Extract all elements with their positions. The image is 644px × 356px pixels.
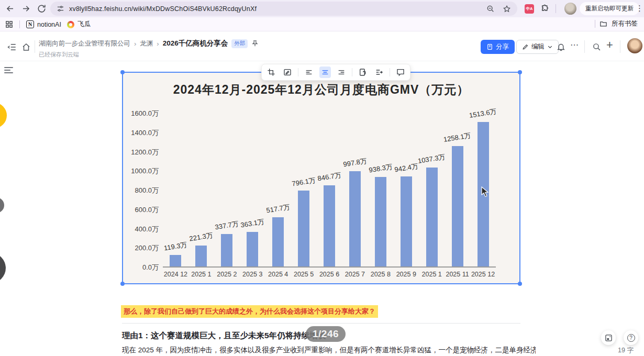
align-right-icon[interactable]	[336, 66, 347, 78]
share-button[interactable]: 分享	[481, 40, 515, 54]
create-new-icon[interactable]: +	[606, 38, 613, 52]
translate-extension-icon[interactable]: 中A	[525, 4, 534, 14]
breadcrumb-space[interactable]: 龙渊	[140, 39, 153, 48]
reload-icon[interactable]	[37, 4, 47, 14]
toolbar-divider	[352, 68, 352, 76]
chart-bar	[426, 168, 438, 266]
resize-handle[interactable]	[120, 70, 125, 74]
notionai-logo-icon: N	[26, 20, 34, 28]
address-bar[interactable]: xv8lyll5haz.feishu.cn/wiki/MxDDwSChOiS4B…	[50, 2, 517, 16]
mouse-cursor	[481, 186, 490, 198]
copy-link-icon[interactable]	[357, 66, 369, 78]
relaunch-update-button[interactable]: 重新启动即可更新	[580, 2, 639, 15]
y-tick-label: 600.0万	[135, 205, 159, 215]
home-icon[interactable]	[21, 42, 31, 52]
y-tick-label: 1200.0万	[131, 148, 159, 157]
y-tick-label: 800.0万	[135, 186, 159, 195]
all-bookmarks-label: 所有书签	[612, 19, 638, 28]
sidebar-toggle-icon[interactable]	[7, 42, 17, 52]
x-tick-label: 2025 2	[214, 271, 240, 278]
back-icon[interactable]	[5, 4, 15, 14]
resize-handle[interactable]	[518, 70, 522, 74]
widgets-button[interactable]	[601, 330, 616, 345]
notifications-bell-icon[interactable]	[557, 42, 565, 51]
bookmarks-divider	[595, 20, 595, 28]
folder-icon	[599, 20, 607, 28]
chart-bar	[298, 191, 309, 266]
overlay-gray-button[interactable]	[0, 197, 4, 213]
toolbar-divider	[556, 4, 556, 13]
toolbar-divider	[298, 68, 298, 76]
y-tick-label: 0.0万	[142, 263, 159, 272]
overlay-yellow-button[interactable]	[0, 103, 7, 128]
chart-bar	[272, 217, 284, 266]
bookmarks-bar: N notionAI 飞瓜 所有书签	[0, 17, 644, 31]
pin-icon[interactable]	[251, 40, 259, 47]
x-tick-label: 2025 8	[368, 271, 393, 278]
breadcrumb-company[interactable]: 湖南向前一步企业管理有限公司	[39, 39, 130, 48]
browser-menu-icon[interactable]: ⋮	[636, 3, 643, 14]
site-settings-icon[interactable]	[57, 5, 64, 13]
forward-icon[interactable]	[21, 4, 31, 14]
more-actions-icon[interactable]: ⋯	[570, 40, 579, 50]
chart-image-block[interactable]: 2024年12月-2025年12月公司月度电商GMV（万元） 1600.0万14…	[122, 72, 520, 284]
crop-icon[interactable]	[265, 66, 277, 78]
move-to-icon[interactable]	[373, 66, 385, 78]
bookmark-label: 飞瓜	[77, 20, 91, 29]
y-tick-label: 200.0万	[135, 243, 159, 253]
chart-bar	[452, 146, 463, 266]
doc-divider	[122, 323, 520, 324]
x-tick-label: 2025 5	[291, 271, 317, 278]
chart-bar	[195, 246, 207, 266]
search-icon[interactable]	[592, 42, 601, 51]
chart-y-axis: 1600.0万1400.0万1200.0万1000.0万800.0万600.0万…	[123, 114, 159, 268]
x-tick-label: 2025 6	[317, 271, 342, 278]
doc-outline-icon[interactable]	[4, 67, 13, 74]
y-tick-label: 1000.0万	[131, 166, 159, 176]
resize-handle[interactable]	[518, 282, 522, 286]
reason-heading: 理由1：这个赛道规模巨大，且至少未来5年仍将持续增长	[122, 330, 326, 341]
annotate-icon[interactable]	[282, 66, 293, 78]
x-tick-label: 2025 12	[470, 271, 496, 278]
body-paragraph: 现在 2025 年，因为疫情冲击，很多实体以及很多产业收到严重影响，但是有两个赛…	[122, 346, 536, 355]
edit-label: 编辑	[531, 42, 545, 51]
overlay-dark-button[interactable]	[0, 253, 6, 283]
widgets-icon	[605, 334, 613, 342]
page-title[interactable]: 2026千亿商机分享会	[163, 39, 228, 48]
page-indicator: 1/246	[306, 326, 346, 342]
bar-value-label: 1513.6万	[464, 106, 501, 121]
url-text[interactable]: xv8lyll5haz.feishu.cn/wiki/MxDDwSChOiS4B…	[69, 5, 486, 13]
chart-bar	[324, 185, 335, 266]
image-toolbar	[261, 64, 410, 81]
chevron-down-icon	[547, 44, 553, 50]
comment-icon[interactable]	[395, 66, 406, 78]
chart-bar	[375, 177, 386, 266]
extensions-puzzle-icon[interactable]	[540, 4, 550, 14]
bookmark-feigua[interactable]: 飞瓜	[67, 19, 91, 29]
y-tick-label: 1600.0万	[131, 109, 159, 118]
zoom-out-icon[interactable]	[486, 5, 495, 13]
edit-button[interactable]: 编辑	[516, 40, 559, 54]
align-left-icon[interactable]	[303, 66, 315, 78]
x-tick-label: 2025 4	[265, 271, 291, 278]
y-tick-label: 1400.0万	[131, 128, 159, 138]
highlighted-paragraph: 那么，除了我们自己做到了巨大的成绩之外，为什么我会选择这个项目分享给大家？	[121, 305, 378, 318]
browser-toolbar: xv8lyll5haz.feishu.cn/wiki/MxDDwSChOiS4B…	[0, 0, 644, 17]
resize-handle[interactable]	[120, 282, 125, 286]
feigua-logo-icon	[67, 21, 74, 28]
tab-groups-grid-icon[interactable]	[5, 20, 13, 28]
chart-plot: 119.3万221.3万337.7万363.1万517.7万796.1万846.…	[163, 114, 496, 268]
user-avatar[interactable]	[627, 38, 642, 53]
help-button[interactable]: ?	[624, 330, 638, 345]
help-icon: ?	[627, 334, 635, 342]
header-divider	[620, 40, 620, 53]
toolbar-divider	[390, 68, 390, 76]
feishu-header: 湖南向前一步企业管理有限公司 › 龙渊 › 2026千亿商机分享会 外部 已经保…	[0, 32, 644, 61]
x-tick-label: 2025 9	[393, 271, 419, 278]
bookmark-notionai[interactable]: N notionAI	[26, 19, 61, 29]
all-bookmarks-button[interactable]: 所有书签	[595, 19, 638, 28]
browser-profile-avatar[interactable]	[564, 3, 576, 15]
bookmark-star-icon[interactable]	[503, 5, 511, 13]
align-center-icon[interactable]	[319, 66, 331, 78]
bookmark-label: notionAI	[37, 21, 61, 28]
